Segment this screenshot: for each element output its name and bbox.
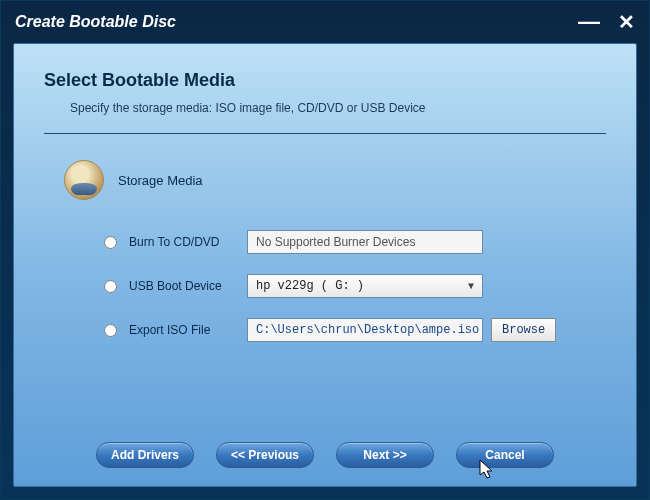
storage-media-icon xyxy=(64,160,104,200)
label-usb-boot-device: USB Boot Device xyxy=(129,279,239,293)
options-group: Burn To CD/DVD No Supported Burner Devic… xyxy=(104,230,606,342)
option-usb-boot-device: USB Boot Device hp v229g ( G: ) ▼ xyxy=(104,274,606,298)
chevron-down-icon: ▼ xyxy=(468,281,474,292)
burner-device-field: No Supported Burner Devices xyxy=(247,230,483,254)
label-burn-cd-dvd: Burn To CD/DVD xyxy=(129,235,239,249)
storage-media-label: Storage Media xyxy=(118,173,203,188)
dialog-window: Create Bootable Disc — ✕ Select Bootable… xyxy=(0,0,650,500)
page-heading: Select Bootable Media xyxy=(44,70,606,91)
label-export-iso: Export ISO File xyxy=(129,323,239,337)
iso-path-field[interactable]: C:\Users\chrun\Desktop\ampe.iso xyxy=(247,318,483,342)
cancel-button[interactable]: Cancel xyxy=(456,442,554,468)
titlebar: Create Bootable Disc — ✕ xyxy=(1,1,649,43)
radio-export-iso[interactable] xyxy=(104,324,117,337)
option-burn-cd-dvd: Burn To CD/DVD No Supported Burner Devic… xyxy=(104,230,606,254)
titlebar-controls: — ✕ xyxy=(578,10,635,34)
add-drivers-button[interactable]: Add Drivers xyxy=(96,442,194,468)
content-panel: Select Bootable Media Specify the storag… xyxy=(13,43,637,487)
browse-button[interactable]: Browse xyxy=(491,318,556,342)
storage-media-section: Storage Media xyxy=(64,160,606,200)
usb-device-select[interactable]: hp v229g ( G: ) ▼ xyxy=(247,274,483,298)
previous-button[interactable]: << Previous xyxy=(216,442,314,468)
next-button[interactable]: Next >> xyxy=(336,442,434,468)
divider xyxy=(44,133,606,134)
radio-usb-boot-device[interactable] xyxy=(104,280,117,293)
page-subheading: Specify the storage media: ISO image fil… xyxy=(70,101,606,115)
footer-buttons: Add Drivers << Previous Next >> Cancel xyxy=(44,424,606,468)
usb-device-value: hp v229g ( G: ) xyxy=(256,279,364,293)
window-title: Create Bootable Disc xyxy=(15,13,176,31)
option-export-iso: Export ISO File C:\Users\chrun\Desktop\a… xyxy=(104,318,606,342)
radio-burn-cd-dvd[interactable] xyxy=(104,236,117,249)
close-icon[interactable]: ✕ xyxy=(618,10,635,34)
